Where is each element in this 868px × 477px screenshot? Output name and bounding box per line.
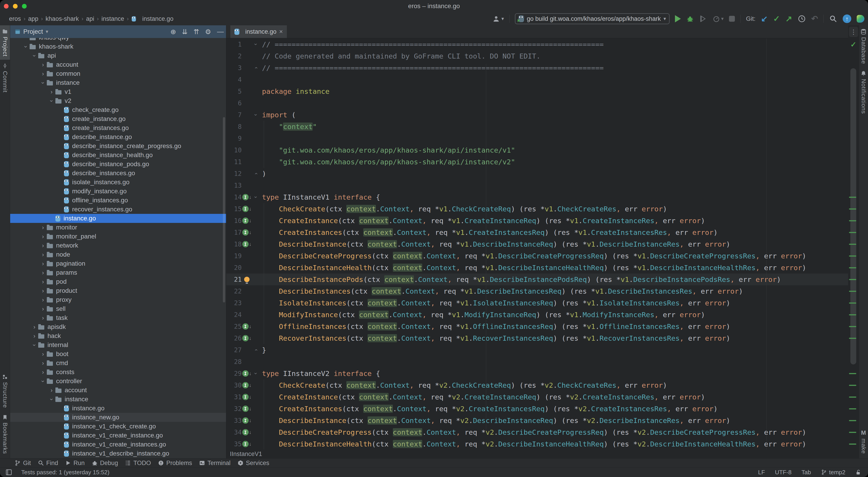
- tree-item-instance_v1_describe_instance.go[interactable]: instance_v1_describe_instance.go: [10, 449, 226, 458]
- chevron-expanded-icon[interactable]: ›: [48, 97, 55, 105]
- tree-item-instance_v1_create_instance.go[interactable]: instance_v1_create_instance.go: [10, 431, 226, 440]
- tree-item-describe_instances.go[interactable]: describe_instances.go: [10, 169, 226, 178]
- line-separator-widget[interactable]: LF: [758, 469, 765, 476]
- chevron-expanded-icon[interactable]: ›: [39, 79, 46, 87]
- implemented-icon[interactable]: I: [242, 370, 249, 377]
- chevron-collapsed-icon[interactable]: ›: [48, 387, 55, 394]
- tree-item-khaos-shark[interactable]: ›khaos-shark: [10, 42, 226, 51]
- implemented-icon[interactable]: I: [242, 194, 249, 200]
- code-line-28[interactable]: 28: [226, 356, 848, 367]
- chevron-expanded-icon[interactable]: ›: [22, 43, 29, 51]
- code-line-3[interactable]: 3›// ===================================…: [226, 62, 848, 74]
- implemented-icon[interactable]: I: [242, 441, 249, 447]
- tree-item-instance[interactable]: ›instance: [10, 395, 226, 404]
- chevron-collapsed-icon[interactable]: ›: [39, 351, 47, 358]
- stripe-button-notifications[interactable]: Notifications: [859, 67, 868, 117]
- profile-user-icon[interactable]: ▾: [492, 15, 504, 23]
- implemented-gutter-icon[interactable]: I↓: [242, 406, 252, 412]
- chevron-expanded-icon[interactable]: ›: [39, 377, 46, 385]
- code-line-2[interactable]: 2// Code generated and maintained by GoF…: [226, 50, 848, 62]
- code-line-26[interactable]: 26I↓ RecoverInstances(ctx context.Contex…: [226, 332, 848, 344]
- toolwindow-button-git[interactable]: Git: [14, 459, 31, 467]
- chevron-collapsed-icon[interactable]: ›: [39, 260, 47, 267]
- code-line-25[interactable]: 25I↓ OfflineInstances(ctx context.Contex…: [226, 321, 848, 332]
- toolwindow-button-find[interactable]: Find: [38, 459, 58, 467]
- tree-item-instance[interactable]: ›instance: [10, 78, 226, 87]
- history-clock-icon[interactable]: [798, 15, 806, 23]
- tree-item-isolate_instances.go[interactable]: isolate_instances.go: [10, 178, 226, 187]
- code-line-15[interactable]: 15I↓ CheckCreate(ctx context.Context, re…: [226, 203, 848, 215]
- implemented-icon[interactable]: I: [242, 229, 249, 236]
- code-line-5[interactable]: 5package instance: [226, 85, 848, 97]
- implemented-gutter-icon[interactable]: I↓: [242, 229, 252, 236]
- breadcrumb-item-eros[interactable]: eros: [9, 16, 21, 22]
- implemented-icon[interactable]: I: [242, 382, 249, 388]
- fold-start-icon[interactable]: ›: [252, 41, 260, 48]
- editor-scrollbar[interactable]: [850, 68, 856, 364]
- implemented-icon[interactable]: I: [242, 335, 249, 341]
- tree-item-cmd[interactable]: ›cmd: [10, 359, 226, 367]
- code-line-4[interactable]: 4: [226, 74, 848, 85]
- fold-start-icon[interactable]: ›: [252, 370, 260, 377]
- implemented-icon[interactable]: I: [242, 417, 249, 424]
- chevron-collapsed-icon[interactable]: ›: [31, 324, 38, 330]
- chevron-collapsed-icon[interactable]: ›: [39, 305, 47, 312]
- implemented-gutter-icon[interactable]: I↓: [242, 241, 252, 247]
- code-line-24[interactable]: 24 ModifyInstance(ctx context.Context, r…: [226, 309, 848, 321]
- tab-instance-go[interactable]: instance.go ×: [230, 25, 287, 38]
- tree-item-apisdk[interactable]: ›apisdk: [10, 322, 226, 331]
- implemented-icon[interactable]: I: [242, 206, 249, 212]
- chevron-expanded-icon[interactable]: ›: [31, 341, 38, 349]
- code-line-20[interactable]: 20 DescribeInstanceHealth(ctx context.Co…: [226, 262, 848, 273]
- implemented-gutter-icon[interactable]: I↓: [242, 394, 252, 400]
- toolwindow-button-problems[interactable]: Problems: [158, 459, 192, 467]
- chevron-collapsed-icon[interactable]: ›: [39, 269, 47, 276]
- tool-window-layout-icon[interactable]: [5, 469, 12, 476]
- update-available-icon[interactable]: ↑: [843, 14, 851, 23]
- tree-item-instance_v1_check_create.go[interactable]: instance_v1_check_create.go: [10, 422, 226, 431]
- tree-item-create_instances.go[interactable]: create_instances.go: [10, 123, 226, 132]
- code-line-1[interactable]: 1›// ===================================…: [226, 38, 848, 50]
- chevron-collapsed-icon[interactable]: ›: [39, 315, 47, 322]
- tree-item-instance_new.go[interactable]: instance_new.go: [10, 413, 226, 422]
- tree-item-monitor_panel[interactable]: ›monitor_panel: [10, 232, 226, 241]
- chevron-collapsed-icon[interactable]: ›: [39, 61, 47, 68]
- tree-item-modify_instance.go[interactable]: modify_instance.go: [10, 187, 226, 196]
- code-line-7[interactable]: 7›import (: [226, 109, 848, 121]
- code-line-8[interactable]: 8 "context": [226, 121, 848, 132]
- tree-item-describe_instance_pods.go[interactable]: describe_instance_pods.go: [10, 159, 226, 169]
- hide-panel-icon[interactable]: —: [217, 28, 224, 35]
- chevron-collapsed-icon[interactable]: ›: [39, 369, 47, 376]
- chevron-collapsed-icon[interactable]: ›: [39, 251, 47, 258]
- toolwindow-button-services[interactable]: Services: [237, 459, 270, 467]
- lightbulb-icon[interactable]: [244, 277, 250, 282]
- tree-item-params[interactable]: ›params: [10, 268, 226, 277]
- tree-item-describe_instance_health.go[interactable]: describe_instance_health.go: [10, 151, 226, 159]
- tree-item-boot[interactable]: ›boot: [10, 350, 226, 359]
- stripe-button-structure[interactable]: Structure: [0, 371, 10, 411]
- git-branch-widget[interactable]: temp2: [821, 469, 845, 476]
- tree-scrollbar[interactable]: [223, 117, 225, 302]
- toolwindow-button-terminal[interactable]: Terminal: [199, 459, 230, 467]
- run-configuration-select[interactable]: go build git.woa.com/khaos/eros/app/khao…: [515, 13, 670, 24]
- tree-item-sell[interactable]: ›sell: [10, 304, 226, 313]
- implemented-icon[interactable]: I: [242, 429, 249, 436]
- code-line-34[interactable]: 34I↓ DescribeCreateProgress(ctx context.…: [226, 426, 848, 438]
- tree-item-task[interactable]: ›task: [10, 313, 226, 322]
- tree-item-hack[interactable]: ›hack: [10, 331, 226, 340]
- tree-item-check_create.go[interactable]: check_create.go: [10, 106, 226, 114]
- lock-open-icon[interactable]: [855, 469, 861, 475]
- indent-widget[interactable]: Tab: [802, 469, 811, 476]
- tree-item-instance.go[interactable]: instance.go: [10, 214, 226, 223]
- status-message[interactable]: Tests passed: 1 (yesterday 15:52): [21, 469, 110, 476]
- run-button[interactable]: [675, 15, 681, 22]
- implemented-gutter-icon[interactable]: I↓: [242, 206, 252, 212]
- code-line-12[interactable]: 12›): [226, 168, 848, 179]
- plugin-logo-icon[interactable]: [857, 15, 864, 23]
- code-line-23[interactable]: 23 IsolateInstances(ctx context.Context,…: [226, 297, 848, 309]
- locate-file-icon[interactable]: ⊕: [170, 28, 176, 36]
- chevron-collapsed-icon[interactable]: ›: [39, 360, 47, 367]
- profiler-button[interactable]: ▾: [712, 15, 723, 23]
- implemented-icon[interactable]: I: [242, 406, 249, 412]
- tree-item-network[interactable]: ›network: [10, 241, 226, 250]
